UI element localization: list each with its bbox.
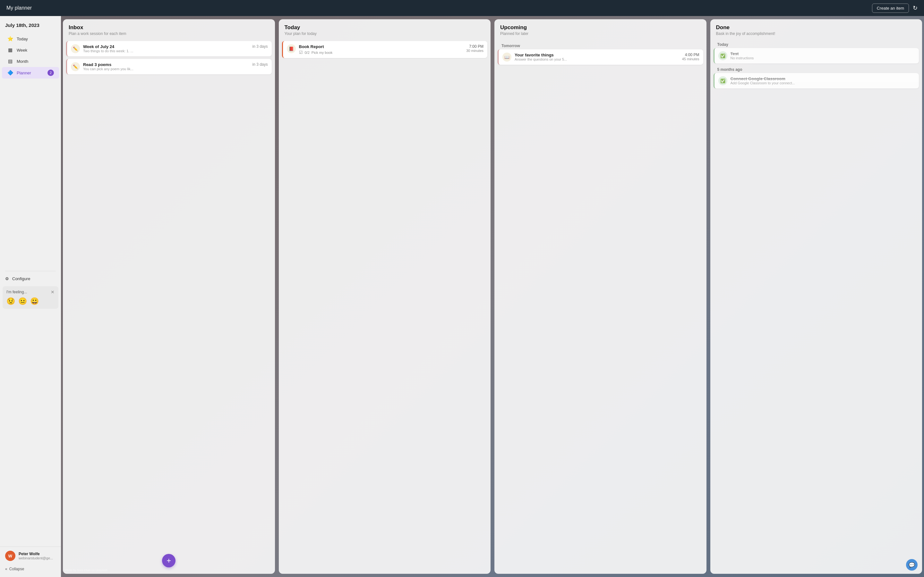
card-right-2: in 3 days xyxy=(252,62,268,67)
planner-icon: 🔷 xyxy=(7,70,13,76)
card-content-1: Week of July 24 Two things to do this we… xyxy=(83,44,249,53)
today-header: Today Your plan for today xyxy=(279,19,491,39)
today-card-icon-1: 📕 xyxy=(287,44,296,53)
feeling-emoji-happy[interactable]: 😀 xyxy=(30,297,39,306)
done-section-today: Today xyxy=(714,41,919,48)
done-card-1[interactable]: ✅ Test No instructions xyxy=(714,48,919,63)
feeling-emoji-neutral[interactable]: 😐 xyxy=(18,297,27,306)
today-card-meta-1: ☑ 0/2 Pick my book xyxy=(299,50,463,55)
card-right-1: in 3 days xyxy=(252,44,268,49)
user-name: Peter Wolfe xyxy=(19,552,56,556)
upcoming-section-label: Tomorrow xyxy=(498,41,703,49)
upcoming-card-icon-1: 📖 xyxy=(502,53,511,61)
done-card-title-1: Test xyxy=(730,51,915,56)
today-title: Today xyxy=(284,24,485,31)
today-card-right-1: 7:00 PM 30 minutes xyxy=(466,44,483,53)
chat-button[interactable]: 💬 xyxy=(906,559,918,571)
collapse-button[interactable]: « Collapse xyxy=(0,565,61,573)
sidebar-item-month[interactable]: ▤ Month xyxy=(2,56,59,67)
upcoming-body: Tomorrow 📖 Your favorite things Answer t… xyxy=(494,39,706,574)
card-icon-2: ✏️ xyxy=(71,62,80,71)
upcoming-card-time-1: 4:00 PM xyxy=(682,53,699,57)
collapse-label: Collapse xyxy=(9,567,24,571)
sidebar-item-planner[interactable]: 🔷 Planner 2 xyxy=(2,67,59,79)
user-email: webinarstudent@ge... xyxy=(19,556,56,560)
feeling-section: I'm feeling... ✕ 😟 😐 😀 xyxy=(3,286,58,309)
inbox-card-2[interactable]: ✏️ Read 3 poems You can pick any poem yo… xyxy=(66,59,272,74)
upcoming-card-1[interactable]: 📖 Your favorite things Answer the questi… xyxy=(498,49,703,65)
collapse-chevron-icon: « xyxy=(5,567,7,571)
avatar: W xyxy=(5,551,15,561)
create-item-button[interactable]: Create an item xyxy=(872,3,909,13)
sidebar-label-month: Month xyxy=(17,59,28,64)
sidebar: July 18th, 2023 ⭐ Today ▦ Week ▤ Month 🔷… xyxy=(0,16,61,577)
card-icon-1: ✏️ xyxy=(71,44,80,53)
done-subtitle: Bask in the joy of accomplishment! xyxy=(716,31,917,36)
done-card-content-2: Connect Google Classroom Add Google Clas… xyxy=(730,76,915,85)
card-title-1: Week of July 24 xyxy=(83,44,249,49)
inbox-subtitle: Plan a work session for each item xyxy=(69,31,269,36)
upcoming-subtitle: Planned for later xyxy=(500,31,701,36)
upcoming-card-desc-1: Answer the questions on your 5... xyxy=(515,57,679,61)
content-area: Inbox Plan a work session for each item … xyxy=(61,16,924,577)
today-column: Today Your plan for today 📕 Book Report … xyxy=(279,19,491,574)
inbox-card-1[interactable]: ✏️ Week of July 24 Two things to do this… xyxy=(66,41,272,56)
today-card-1[interactable]: 📕 Book Report ☑ 0/2 Pick my book 7:00 PM… xyxy=(282,41,488,58)
today-card-time-1: 7:00 PM xyxy=(466,44,483,49)
sidebar-item-week[interactable]: ▦ Week xyxy=(2,45,59,55)
upcoming-card-right-1: 4:00 PM 45 minutes xyxy=(682,53,699,61)
inbox-header: Inbox Plan a work session for each item xyxy=(63,19,275,39)
inbox-body: ✏️ Week of July 24 Two things to do this… xyxy=(63,39,275,574)
done-section-months: 5 months ago xyxy=(714,66,919,73)
star-icon: ⭐ xyxy=(7,36,13,42)
upcoming-card-content-1: Your favorite things Answer the question… xyxy=(515,53,679,61)
done-card-title-2: Connect Google Classroom xyxy=(730,76,915,81)
feeling-title: I'm feeling... xyxy=(6,290,27,294)
feeling-close-button[interactable]: ✕ xyxy=(51,290,55,295)
done-title: Done xyxy=(716,24,917,31)
main-layout: July 18th, 2023 ⭐ Today ▦ Week ▤ Month 🔷… xyxy=(0,16,924,577)
card-desc-2: You can pick any poem you lik... xyxy=(83,67,249,71)
upcoming-title: Upcoming xyxy=(500,24,701,31)
today-card-title-1: Book Report xyxy=(299,44,463,49)
done-card-desc-2: Add Google Classroom to your connect... xyxy=(730,81,915,85)
done-body: Today ✅ Test No instructions 5 months ag… xyxy=(710,39,922,574)
done-card-content-1: Test No instructions xyxy=(730,51,915,60)
photo-credit: Photo by Sora Khan on Unsplash xyxy=(65,569,107,572)
card-days-1: in 3 days xyxy=(252,44,268,49)
checkbox-icon: ☑ xyxy=(299,50,303,55)
user-section: W Peter Wolfe webinarstudent@ge... xyxy=(0,546,61,565)
upcoming-header: Upcoming Planned for later xyxy=(494,19,706,39)
done-card-2[interactable]: ✅ Connect Google Classroom Add Google Cl… xyxy=(714,73,919,89)
card-desc-1: Two things to do this week: 1. ... xyxy=(83,49,249,53)
sidebar-label-week: Week xyxy=(17,48,27,53)
add-item-button[interactable]: + xyxy=(162,554,176,567)
done-column: Done Bask in the joy of accomplishment! … xyxy=(710,19,922,574)
topbar-actions: Create an item ↻ xyxy=(872,3,918,13)
configure-label: Configure xyxy=(12,276,30,281)
today-body: 📕 Book Report ☑ 0/2 Pick my book 7:00 PM… xyxy=(279,39,491,574)
upcoming-card-title-1: Your favorite things xyxy=(515,53,679,57)
planner-badge: 2 xyxy=(47,69,54,76)
sidebar-item-today[interactable]: ⭐ Today xyxy=(2,33,59,44)
app-title: My planner xyxy=(6,5,32,11)
feeling-header: I'm feeling... ✕ xyxy=(6,290,55,295)
inbox-column: Inbox Plan a work session for each item … xyxy=(63,19,275,574)
refresh-icon[interactable]: ↻ xyxy=(913,5,918,11)
today-card-content-1: Book Report ☑ 0/2 Pick my book xyxy=(299,44,463,55)
week-icon: ▦ xyxy=(7,47,13,53)
inbox-title: Inbox xyxy=(69,24,269,31)
today-card-desc-1: Pick my book xyxy=(312,51,333,55)
card-days-2: in 3 days xyxy=(252,62,268,67)
upcoming-column: Upcoming Planned for later Tomorrow 📖 Yo… xyxy=(494,19,706,574)
configure-item[interactable]: ⚙ Configure xyxy=(0,274,61,284)
done-card-desc-1: No instructions xyxy=(730,56,915,60)
sidebar-divider xyxy=(5,271,56,271)
card-content-2: Read 3 poems You can pick any poem you l… xyxy=(83,62,249,71)
upcoming-card-duration-1: 45 minutes xyxy=(682,57,699,61)
sidebar-label-today: Today xyxy=(17,37,28,41)
feeling-emoji-sad[interactable]: 😟 xyxy=(6,297,15,306)
sidebar-date: July 18th, 2023 xyxy=(0,20,61,33)
done-card-icon-2: ✅ xyxy=(718,76,727,85)
today-card-progress: 0/2 xyxy=(305,51,310,55)
